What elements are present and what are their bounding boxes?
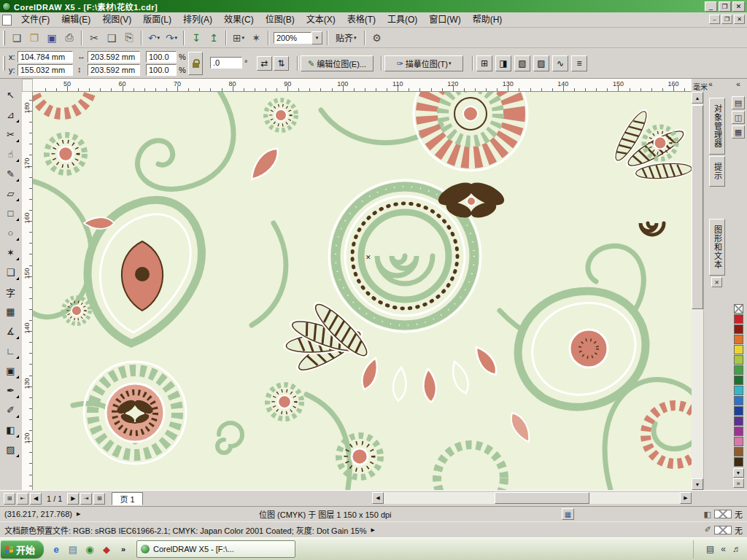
next-page-button[interactable]: ▶ xyxy=(67,493,79,505)
start-button[interactable]: 开始 xyxy=(1,540,44,559)
zoom-level-combo[interactable]: 200%▾ xyxy=(274,31,322,44)
color-swatch-6[interactable] xyxy=(734,365,743,375)
docker-tab-1[interactable]: 提示 xyxy=(709,156,725,187)
mdi-minimize-button[interactable]: – xyxy=(709,15,720,24)
zoom-dropdown-icon[interactable]: ▾ xyxy=(311,31,322,44)
vertical-scroll-thumb[interactable] xyxy=(692,105,703,309)
document-icon[interactable] xyxy=(2,15,12,26)
profile-flyout-icon[interactable]: ▶ xyxy=(371,527,374,533)
rectangle-tool[interactable]: □ xyxy=(2,204,20,222)
interactive-fill-tool[interactable]: ▨ xyxy=(2,440,20,458)
eyedropper-tool[interactable]: ✒ xyxy=(2,381,20,399)
x-position-field[interactable]: 104.784 mm xyxy=(18,51,73,63)
resample-bitmap-button[interactable]: ⊞ xyxy=(476,55,492,71)
menu-item-5[interactable]: 效果(C) xyxy=(218,13,260,27)
menu-item-10[interactable]: 窗口(W) xyxy=(423,13,466,27)
add-page-button[interactable]: ⊞ xyxy=(4,493,15,505)
scale-x-field[interactable]: 100.0 xyxy=(146,51,177,63)
save-button[interactable]: ▣ xyxy=(43,29,61,47)
pick-tool[interactable]: ↖ xyxy=(2,86,20,104)
print-button[interactable]: ⎙ xyxy=(61,29,78,47)
basic-shapes-tool[interactable]: ❑ xyxy=(2,263,20,281)
import-button[interactable]: ↧ xyxy=(187,29,205,47)
scroll-left-button[interactable]: ◀ xyxy=(372,492,384,504)
vertical-scrollbar[interactable]: ▲ ▼ xyxy=(692,92,703,490)
trace-bitmap-button[interactable]: ✑ 描摹位图(T) ▾ xyxy=(384,55,463,71)
menu-item-1[interactable]: 编辑(E) xyxy=(55,13,96,27)
coreldraw-task-button[interactable]: CorelDRAW X5 - [F:\... xyxy=(136,540,295,558)
title-bar[interactable]: CorelDRAW X5 - [F:\素材\花纹1.cdr] _ ❐ ✕ xyxy=(0,0,747,12)
mdi-close-button[interactable]: ✕ xyxy=(734,15,745,24)
palette-scroll-down-button[interactable]: ▼ xyxy=(733,468,744,478)
color-swatch-15[interactable] xyxy=(734,457,743,467)
drawing-canvas[interactable]: ✕ xyxy=(33,92,692,490)
mirror-horizontal-button[interactable]: ⇄ xyxy=(257,56,272,71)
docker-tab2-0[interactable]: 图形和文本 xyxy=(709,219,725,276)
export-button[interactable]: ↥ xyxy=(205,29,222,47)
docker-collapse-icon[interactable]: « xyxy=(705,80,716,88)
redo-button[interactable]: ↷▾ xyxy=(163,29,180,47)
status-options-button[interactable]: ▦ xyxy=(562,508,574,520)
docker-hints-button[interactable]: ◫ xyxy=(732,111,745,124)
open-button[interactable]: ❐ xyxy=(26,29,43,47)
polygon-tool[interactable]: ✶ xyxy=(2,244,20,261)
menu-item-7[interactable]: 文本(X) xyxy=(301,13,341,27)
fill-tool[interactable]: ◧ xyxy=(2,421,20,438)
dimension-tool[interactable]: ∡ xyxy=(2,322,20,340)
shape-tool[interactable]: ⊿ xyxy=(2,106,20,123)
menu-item-0[interactable]: 文件(F) xyxy=(15,13,55,27)
application-launcher-button[interactable]: ⊞▾ xyxy=(230,29,247,47)
scroll-down-button[interactable]: ▼ xyxy=(692,478,703,490)
object-height-field[interactable]: 203.592 mm xyxy=(88,64,140,76)
quick-launch-overflow-icon[interactable]: » xyxy=(116,542,131,556)
undo-button[interactable]: ↶▾ xyxy=(145,29,163,47)
color-swatch-14[interactable] xyxy=(734,447,743,456)
y-position-field[interactable]: 155.032 mm xyxy=(18,64,73,76)
color-swatch-0[interactable] xyxy=(734,304,743,314)
status-flyout-icon[interactable]: ▶ xyxy=(77,511,80,517)
ruler-origin-button[interactable] xyxy=(22,79,33,92)
menu-item-3[interactable]: 版面(L) xyxy=(137,13,177,27)
color-swatch-5[interactable] xyxy=(734,355,743,365)
welcome-screen-button[interactable]: ✶ xyxy=(247,29,265,47)
color-swatch-8[interactable] xyxy=(734,386,743,395)
menu-item-9[interactable]: 工具(O) xyxy=(382,13,423,27)
docker-object-manager-button[interactable]: ▤ xyxy=(732,96,745,109)
mirror-vertical-button[interactable]: ⇅ xyxy=(274,56,289,71)
options-button[interactable]: ⚙ xyxy=(368,29,386,47)
scroll-up-button[interactable]: ▲ xyxy=(692,92,703,104)
menu-item-4[interactable]: 排列(A) xyxy=(177,13,218,27)
menu-item-6[interactable]: 位图(B) xyxy=(260,13,301,27)
scale-y-field[interactable]: 100.0 xyxy=(146,64,177,76)
text-tool[interactable]: 字 xyxy=(2,283,20,300)
ie-quick-icon[interactable]: e xyxy=(49,542,63,556)
propbar-grip[interactable] xyxy=(3,56,5,71)
add-page-end-button[interactable]: ⊞ xyxy=(93,493,105,505)
first-page-button[interactable]: ⇤ xyxy=(17,493,28,505)
color-swatch-1[interactable] xyxy=(734,314,743,324)
transparency-button[interactable]: ▨ xyxy=(533,55,549,71)
bitmap-image[interactable] xyxy=(33,92,692,490)
last-page-button[interactable]: ⇥ xyxy=(80,493,92,505)
color-swatch-4[interactable] xyxy=(734,345,743,354)
cut-button[interactable]: ✂ xyxy=(85,29,103,47)
paste-button[interactable]: ⎘ xyxy=(120,29,138,47)
menu-item-11[interactable]: 帮助(H) xyxy=(467,13,508,27)
smart-fill-tool[interactable]: ▱ xyxy=(2,184,20,202)
horizontal-scrollbar[interactable]: ◀ ▶ xyxy=(372,492,692,504)
bitmap-border-button[interactable]: ▧ xyxy=(514,55,530,71)
color-swatch-3[interactable] xyxy=(734,335,743,344)
color-swatch-7[interactable] xyxy=(734,376,743,385)
zoom-level-value[interactable]: 200% xyxy=(274,32,311,44)
docker-properties-button[interactable]: ▦ xyxy=(732,125,745,139)
horizontal-ruler[interactable]: 5060708090100110120130140150160 xyxy=(33,79,692,92)
toolbar-grip[interactable] xyxy=(3,31,5,45)
curve-smoothness-button[interactable]: ∿ xyxy=(552,55,568,71)
table-tool[interactable]: ▦ xyxy=(2,303,20,320)
outline-indicator[interactable]: ✐ 无 xyxy=(705,524,743,536)
close-button[interactable]: ✕ xyxy=(732,1,745,12)
outline-pen-tool[interactable]: ✐ xyxy=(2,401,20,419)
collapse-tray-icon[interactable]: « xyxy=(721,544,726,554)
color-swatch-11[interactable] xyxy=(734,416,743,426)
lock-ratio-button[interactable] xyxy=(188,52,203,75)
